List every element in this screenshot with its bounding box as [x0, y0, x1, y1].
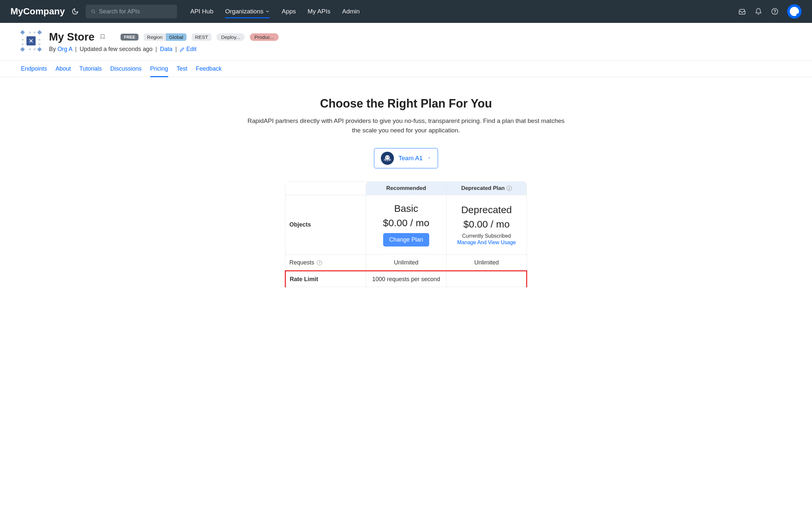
- team-selector[interactable]: Team A1: [374, 148, 438, 168]
- objects-label: Objects: [285, 195, 366, 254]
- badge-global[interactable]: Global: [166, 33, 187, 41]
- org-link[interactable]: Org A: [57, 46, 72, 52]
- main-nav: API Hub Organizations Apps My APIs Admin: [190, 1, 360, 22]
- plan-deprecated-status: Currently Subscribed: [462, 233, 511, 239]
- api-icon: [21, 31, 41, 51]
- help-icon[interactable]: [771, 7, 779, 15]
- pricing-subheading: RapidAPI partners directly with API prov…: [246, 116, 566, 135]
- requests-deprecated: Unlimited: [446, 255, 527, 271]
- updated-text: Updated a few seconds ago: [80, 46, 152, 52]
- plan-basic-name: Basic: [394, 203, 418, 214]
- svg-point-3: [385, 155, 390, 160]
- tab-discussions[interactable]: Discussions: [110, 61, 141, 77]
- api-info: My Store FREE Region Global REST Deploy.…: [49, 31, 791, 53]
- manage-usage-link[interactable]: Manage And View Usage: [457, 240, 516, 246]
- rate-limit-label: Rate Limit: [290, 276, 318, 283]
- nav-admin[interactable]: Admin: [342, 1, 360, 22]
- badge-region[interactable]: Region: [144, 33, 166, 41]
- pricing-table: Recommended Deprecated Plan i Objects Ba…: [285, 181, 527, 287]
- header-deprecated: Deprecated Plan i: [446, 182, 527, 195]
- tab-feedback[interactable]: Feedback: [196, 61, 222, 77]
- bookmark-icon[interactable]: [100, 33, 106, 41]
- tab-about[interactable]: About: [55, 61, 71, 77]
- rate-limit-deprecated: [446, 271, 526, 287]
- bell-icon[interactable]: [755, 7, 762, 15]
- edit-label: Edit: [186, 46, 196, 52]
- by-label: By: [49, 46, 56, 52]
- svg-point-0: [92, 10, 94, 12]
- plan-basic: Basic $0.00 / mo Change Plan: [366, 195, 446, 254]
- info-icon[interactable]: ?: [317, 260, 322, 265]
- nav-api-hub[interactable]: API Hub: [190, 1, 213, 22]
- row-rate-limit: Rate Limit 1000 requests per second: [285, 270, 527, 287]
- rate-limit-label-cell: Rate Limit: [286, 271, 366, 287]
- badge-deploy[interactable]: Deploy...: [217, 33, 245, 41]
- search-input[interactable]: [99, 8, 172, 15]
- search-box[interactable]: [86, 5, 177, 18]
- nav-organizations-label: Organizations: [225, 8, 263, 15]
- data-link[interactable]: Data: [160, 46, 173, 52]
- team-label: Team A1: [398, 155, 423, 162]
- search-icon: [91, 9, 95, 14]
- team-avatar-icon: [381, 152, 394, 165]
- nav-organizations[interactable]: Organizations: [225, 1, 270, 22]
- tab-tutorials[interactable]: Tutorials: [79, 61, 102, 77]
- info-icon[interactable]: i: [507, 186, 512, 191]
- requests-label-cell: Requests ?: [285, 255, 366, 271]
- svg-point-5: [388, 157, 389, 158]
- api-header: My Store FREE Region Global REST Deploy.…: [0, 23, 812, 57]
- avatar-icon: [790, 7, 799, 16]
- svg-point-2: [775, 13, 775, 13]
- theme-toggle-icon[interactable]: [71, 7, 79, 15]
- badge-free: FREE: [121, 34, 139, 41]
- change-plan-button[interactable]: Change Plan: [383, 233, 429, 247]
- nav-my-apis[interactable]: My APIs: [308, 1, 331, 22]
- badge-product[interactable]: Produc...: [250, 33, 279, 41]
- plan-deprecated-price: $0.00 / mo: [464, 219, 510, 230]
- row-requests: Requests ? Unlimited Unlimited: [285, 255, 527, 271]
- inbox-icon[interactable]: [738, 7, 746, 15]
- nav-apps[interactable]: Apps: [282, 1, 296, 22]
- pricing-header-row: Recommended Deprecated Plan i: [285, 182, 527, 195]
- caret-down-icon: [427, 155, 431, 161]
- user-avatar[interactable]: [787, 4, 802, 18]
- tab-pricing[interactable]: Pricing: [150, 61, 168, 77]
- plan-basic-price: $0.00 / mo: [383, 217, 430, 228]
- api-title-row: My Store FREE Region Global REST Deploy.…: [49, 31, 791, 43]
- header-empty: [285, 182, 366, 195]
- moon-icon: [71, 8, 79, 15]
- edit-link[interactable]: Edit: [180, 46, 196, 52]
- pencil-icon: [180, 47, 185, 52]
- octopus-icon: [383, 154, 392, 163]
- pricing-plans-row: Objects Basic $0.00 / mo Change Plan Dep…: [285, 195, 527, 255]
- requests-label: Requests: [289, 259, 314, 266]
- header-right: [738, 4, 802, 18]
- plan-deprecated-name: Deprecated: [461, 204, 512, 215]
- header-deprecated-label: Deprecated Plan: [461, 185, 505, 192]
- tabs: Endpoints About Tutorials Discussions Pr…: [0, 60, 812, 77]
- api-meta: By Org A | Updated a few seconds ago | D…: [49, 46, 791, 53]
- plan-deprecated: Deprecated $0.00 / mo Currently Subscrib…: [446, 195, 527, 254]
- tab-endpoints[interactable]: Endpoints: [21, 61, 47, 77]
- company-logo[interactable]: MyCompany: [10, 6, 65, 17]
- chevron-down-icon: [265, 9, 270, 14]
- top-header: MyCompany API Hub Organizations Apps My …: [0, 0, 812, 23]
- api-title: My Store: [49, 31, 94, 43]
- badge-rest: REST: [192, 33, 211, 41]
- pricing-main: Choose the Right Plan For You RapidAPI p…: [226, 77, 586, 307]
- tab-test[interactable]: Test: [177, 61, 188, 77]
- requests-basic: Unlimited: [366, 255, 446, 271]
- header-recommended: Recommended: [366, 182, 446, 195]
- pricing-heading: Choose the Right Plan For You: [233, 97, 579, 111]
- svg-point-4: [386, 157, 387, 158]
- rate-limit-basic: 1000 requests per second: [366, 271, 446, 287]
